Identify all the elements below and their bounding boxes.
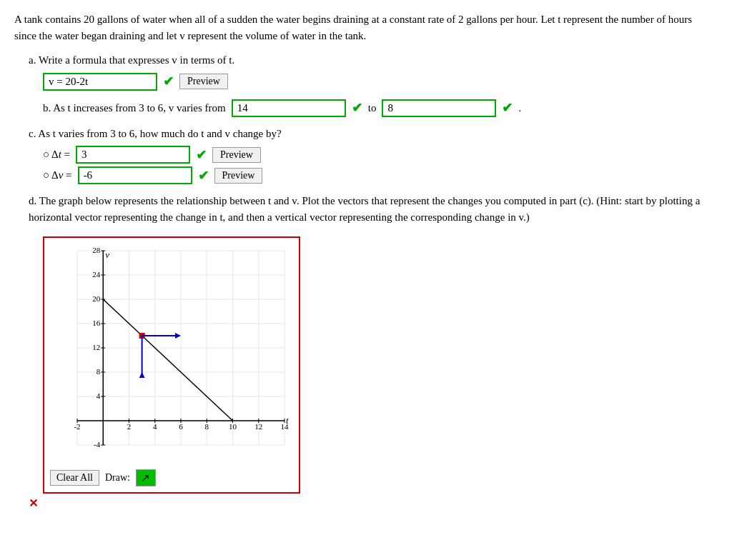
part-a-input[interactable]	[43, 73, 157, 91]
part-c-label: c. As t varies from 3 to 6, how much do …	[29, 126, 718, 142]
part-a-label: a. Write a formula that expresses v in t…	[29, 52, 718, 69]
part-b-row: b. As t increases from 3 to 6, v varies …	[43, 99, 718, 117]
part-b-label-suffix: .	[518, 102, 521, 114]
part-b: b. As t increases from 3 to 6, v varies …	[29, 99, 718, 117]
clear-all-button[interactable]: Clear All	[50, 470, 99, 486]
delta-t-label: ○ Δt =	[43, 149, 70, 161]
part-a-checkmark: ✔	[163, 74, 174, 89]
draw-label: Draw:	[105, 472, 130, 484]
part-a-preview-button[interactable]: Preview	[179, 74, 228, 89]
part-b-checkmark2: ✔	[502, 100, 513, 116]
delta-v-preview-button[interactable]: Preview	[214, 168, 263, 184]
part-c: c. As t varies from 3 to 6, how much do …	[29, 126, 718, 185]
delta-v-label: ○ Δv =	[43, 169, 72, 181]
problem-statement: A tank contains 20 gallons of water when…	[14, 11, 715, 44]
delta-t-input[interactable]	[76, 146, 190, 164]
delta-t-row: ○ Δt = ✔ Preview	[43, 146, 718, 164]
part-b-label-prefix: b. As t increases from 3 to 6, v varies …	[43, 102, 226, 114]
part-b-checkmark1: ✔	[352, 100, 362, 116]
problem-text-content: A tank contains 20 gallons of water when…	[14, 14, 692, 41]
part-a-input-row: ✔ Preview	[43, 73, 718, 91]
error-marker: ✕	[29, 496, 718, 510]
part-b-label-mid: to	[368, 102, 377, 114]
part-d-label: d. The graph below represents the relati…	[29, 193, 718, 225]
delta-v-checkmark: ✔	[198, 168, 209, 184]
draw-icon-button[interactable]: ↗	[136, 469, 156, 486]
part-b-input1[interactable]	[232, 99, 346, 117]
part-c-rows: ○ Δt = ✔ Preview ○ Δv = ✔ Preview	[43, 146, 718, 184]
graph-controls: Clear All Draw: ↗	[50, 469, 293, 486]
part-b-input2[interactable]	[382, 99, 496, 117]
part-a: a. Write a formula that expresses v in t…	[29, 52, 718, 91]
graph-container: Clear All Draw: ↗	[43, 236, 300, 494]
delta-t-checkmark: ✔	[196, 147, 207, 163]
graph-canvas[interactable]	[50, 244, 293, 465]
delta-v-input[interactable]	[78, 166, 192, 184]
delta-t-preview-button[interactable]: Preview	[212, 147, 261, 163]
delta-v-row: ○ Δv = ✔ Preview	[43, 166, 718, 184]
part-d: d. The graph below represents the relati…	[29, 193, 718, 510]
draw-arrow-icon: ↗	[141, 471, 150, 484]
